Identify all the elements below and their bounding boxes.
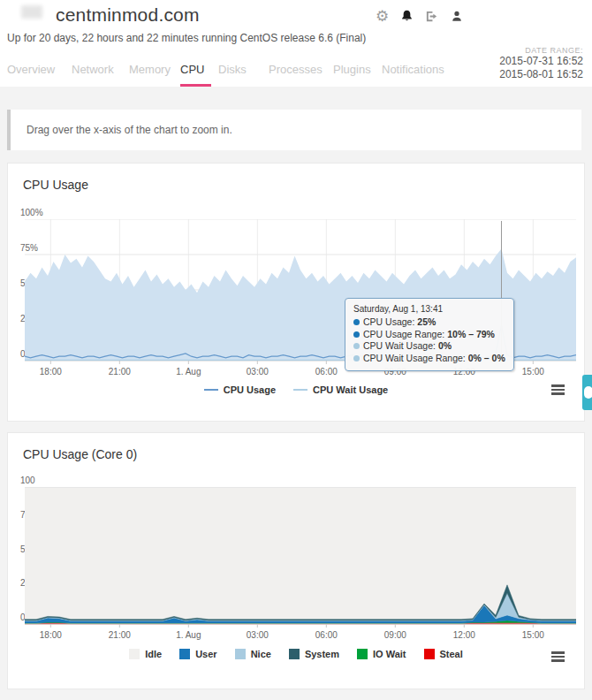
legend-item-system[interactable]: System xyxy=(289,649,339,659)
tabs: OverviewNetworkMemoryCPUDisksProcessesPl… xyxy=(0,63,477,86)
tab-plugins[interactable]: Plugins xyxy=(333,63,371,76)
page-title: centminmod.com xyxy=(56,4,200,26)
x-axis-label: 18:00 xyxy=(40,630,62,640)
legend-label: Steal xyxy=(440,649,463,659)
tab-processes[interactable]: Processes xyxy=(269,63,323,76)
series-bullet-icon xyxy=(353,319,360,325)
x-axis-label: 15:00 xyxy=(522,367,544,377)
legend-item-cpu-usage[interactable]: CPU Usage xyxy=(204,384,276,395)
x-axis-label: 06:00 xyxy=(315,630,338,640)
uptime-text: Up for 20 days, 22 hours and 22 minutes … xyxy=(7,32,366,44)
logout-icon[interactable] xyxy=(424,8,439,24)
legend-swatch xyxy=(204,389,218,391)
tab-disks[interactable]: Disks xyxy=(218,63,247,76)
legend-item-idle[interactable]: Idle xyxy=(129,649,162,659)
date-range-to: 2015-08-01 16:52 xyxy=(499,68,583,81)
tooltip-title: Saturday, Aug 1, 13:41 xyxy=(353,304,505,314)
legend-label: Nice xyxy=(251,649,271,659)
legend-swatch xyxy=(235,649,246,659)
cpu-core0-legend: IdleUserNiceSystemIO WaitSteal xyxy=(8,649,584,659)
legend-swatch xyxy=(129,649,140,659)
legend-label: CPU Wait Usage xyxy=(313,384,388,395)
series-bullet-icon xyxy=(353,331,360,338)
tooltip-row: CPU Wait Usage Range:0% – 0% xyxy=(353,353,505,365)
legend-label: System xyxy=(305,649,339,659)
date-range-from: 2015-07-31 16:52 xyxy=(499,55,583,68)
page: centminmod.com ⚙ Up for 20 days, 22 hour… xyxy=(0,0,592,700)
x-axis-label: 03:00 xyxy=(247,630,269,640)
tab-memory[interactable]: Memory xyxy=(129,63,171,76)
info-alert: Drag over the x-axis of the chart to zoo… xyxy=(7,110,581,150)
chart-context-menu-icon[interactable] xyxy=(551,384,565,395)
legend-item-steal[interactable]: Steal xyxy=(424,649,463,659)
cpu-usage-card: CPU Usage 0%25%50%75%100% 18:0021:001. A… xyxy=(7,163,585,422)
active-tab-underline xyxy=(180,84,211,87)
tab-notifications[interactable]: Notifications xyxy=(382,63,444,76)
chart-context-menu-icon[interactable] xyxy=(551,651,565,662)
legend-swatch xyxy=(289,649,300,659)
x-axis-label: 1. Aug xyxy=(176,367,201,377)
settings-icon[interactable]: ⚙ xyxy=(375,8,390,24)
tab-network[interactable]: Network xyxy=(72,63,114,76)
y-axis-label: 100% xyxy=(20,208,43,217)
x-axis-label: 21:00 xyxy=(109,630,131,640)
legend-swatch xyxy=(424,649,435,659)
legend-item-nice[interactable]: Nice xyxy=(235,649,271,659)
cpu-usage-legend: CPU UsageCPU Wait Usage xyxy=(8,384,584,395)
x-axis-label: 12:00 xyxy=(453,630,475,640)
x-axis-label: 21:00 xyxy=(109,367,131,377)
info-alert-text: Drag over the x-axis of the chart to zoo… xyxy=(27,124,232,136)
cpu-usage-chart-title: CPU Usage xyxy=(23,178,88,192)
legend-item-cpu-wait-usage[interactable]: CPU Wait Usage xyxy=(293,384,388,395)
tab-overview[interactable]: Overview xyxy=(7,63,55,76)
legend-item-user[interactable]: User xyxy=(179,649,216,659)
legend-label: CPU Usage xyxy=(224,384,276,395)
legend-label: Idle xyxy=(145,649,162,659)
x-axis-label: 18:00 xyxy=(40,367,62,377)
x-axis-label: 03:00 xyxy=(247,367,269,377)
chart-tooltip: Saturday, Aug 1, 13:41 CPU Usage:25%CPU … xyxy=(345,298,514,371)
legend-swatch xyxy=(179,649,190,659)
tab-cpu[interactable]: CPU xyxy=(180,63,204,76)
legend-swatch xyxy=(357,649,368,659)
y-axis-label: 100 xyxy=(20,476,35,485)
x-axis-label: 1. Aug xyxy=(176,630,201,640)
x-axis-label: 06:00 xyxy=(315,367,338,377)
user-icon[interactable] xyxy=(449,8,464,24)
cpu-core0-chart-title: CPU Usage (Core 0) xyxy=(23,447,137,461)
tooltip-row: CPU Usage:25% xyxy=(353,316,505,329)
x-axis-label: 15:00 xyxy=(522,630,544,640)
header-icons: ⚙ xyxy=(375,8,474,24)
feedback-tab-glyph xyxy=(584,386,592,399)
x-axis-label: 09:00 xyxy=(384,630,406,640)
legend-label: User xyxy=(195,649,216,659)
feedback-tab-button[interactable] xyxy=(582,375,592,410)
redacted-area xyxy=(21,5,42,19)
tooltip-row: CPU Wait Usage:0% xyxy=(353,340,505,353)
cpu-core0-card: CPU Usage (Core 0) 0255075100 18:0021:00… xyxy=(7,432,585,689)
tooltip-row: CPU Usage Range:10% – 79% xyxy=(353,329,505,341)
notifications-icon[interactable] xyxy=(399,8,414,24)
date-range-label: DATE RANGE: xyxy=(499,46,583,55)
series-bullet-icon xyxy=(353,355,360,361)
series-bullet-icon xyxy=(353,343,360,349)
legend-item-io-wait[interactable]: IO Wait xyxy=(357,649,406,659)
legend-swatch xyxy=(293,389,307,391)
cpu-core0-chart[interactable] xyxy=(25,487,576,633)
legend-label: IO Wait xyxy=(373,649,406,659)
date-range: DATE RANGE: 2015-07-31 16:52 2015-08-01 … xyxy=(499,46,583,81)
